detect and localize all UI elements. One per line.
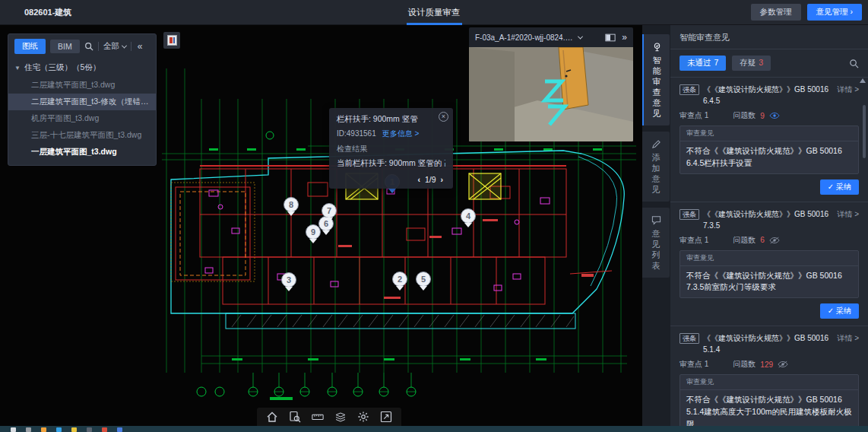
rule-title: 《《建筑设计防火规范》》GB 50016 5.1.4 xyxy=(703,332,833,355)
model-3d-scene xyxy=(469,47,633,141)
tab-drawings[interactable]: 图纸 xyxy=(14,39,46,54)
app-window: 082601-建筑 设计质量审查 参数管理 意见管理 › xyxy=(0,0,868,432)
file-list-item[interactable]: 一层建筑平面图_t3.dwg xyxy=(8,144,156,160)
issue-count: 6 xyxy=(760,236,765,244)
file-list-item[interactable]: 二层建筑平面图_t3-修改（埋错门，窗... xyxy=(8,94,156,110)
top-bar: 082601-建筑 设计质量审查 参数管理 意见管理 › xyxy=(0,0,868,25)
drawing-file-panel: 图纸 BIM 全部 « ▼ 住宅（三级）（5份） 二层建筑平面图_t3.dwg二… xyxy=(8,33,157,166)
measure-icon[interactable] xyxy=(312,411,324,423)
taskbar-app-icon[interactable] xyxy=(41,427,46,432)
issue-marker-8[interactable]: 8 xyxy=(284,197,299,217)
sidebar-title: 智能审查意见 xyxy=(670,25,868,49)
issue-count-label: 问题数 xyxy=(733,110,756,121)
close-icon[interactable]: × xyxy=(439,112,448,122)
legend-thumbnail-button[interactable] xyxy=(163,32,180,49)
tab-doubt[interactable]: 存疑3 xyxy=(732,56,771,71)
tooltip-id: ID:4931561更多信息 > xyxy=(337,129,445,139)
divider xyxy=(98,42,99,51)
scrollbar-thumb[interactable] xyxy=(863,105,866,158)
taskbar-app-icon[interactable] xyxy=(56,427,62,432)
tab-failed[interactable]: 未通过7 xyxy=(680,56,726,71)
opinion-box-title: 审查意见 xyxy=(680,375,858,390)
adopt-button[interactable]: ✓ 采纳 xyxy=(820,179,859,195)
zoom-document-icon[interactable] xyxy=(289,411,301,423)
search-icon[interactable] xyxy=(84,42,93,51)
file-list: 二层建筑平面图_t3.dwg二层建筑平面图_t3-修改（埋错门，窗...机房平面… xyxy=(8,77,156,160)
visibility-eye-icon[interactable] xyxy=(769,112,780,119)
viewer-toolbar xyxy=(257,408,401,426)
detail-link[interactable]: 详情 > xyxy=(837,84,859,106)
review-filter-tabs: 未通过7 存疑3 xyxy=(670,49,868,78)
opinion-text: 不符合《《建筑设计防火规范》》GB 50016 6.4.5栏杆扶手设置 xyxy=(680,141,858,173)
vertical-tab-comment[interactable]: 意见列表 xyxy=(642,208,670,278)
rule-title: 《《建筑设计防火规范》》GB 50016 6.4.5 xyxy=(703,84,833,106)
issue-marker-7[interactable]: 7 xyxy=(322,203,337,223)
model-3d-viewer[interactable]: F-03a_A-1#2020-wjj-0824.gfc » xyxy=(469,27,633,141)
settings-icon[interactable] xyxy=(357,411,369,423)
mandatory-badge: 强条 xyxy=(680,333,699,344)
detail-link[interactable]: 详情 > xyxy=(837,208,859,231)
vertical-tab-edit[interactable]: 添加意见 xyxy=(642,132,670,202)
issue-count: 129 xyxy=(760,361,773,369)
viewer-header: F-03a_A-1#2020-wjj-0824.gfc » xyxy=(469,27,633,47)
visibility-eye-icon[interactable] xyxy=(769,237,780,244)
tooltip-pager: ‹ 1/9 › xyxy=(337,175,445,184)
layers-icon[interactable] xyxy=(334,411,347,423)
pager-prev-button[interactable]: ‹ xyxy=(416,175,423,184)
collapse-panel-button[interactable]: « xyxy=(138,41,143,52)
check-result-text: 当前栏杆扶手: 900mm 竖管的 高度 为 xyxy=(337,158,445,169)
mandatory-badge: 强条 xyxy=(680,84,699,95)
comment-icon xyxy=(651,214,661,224)
pager-next-button[interactable]: › xyxy=(439,175,446,184)
pager-value: 1/9 xyxy=(425,175,436,184)
review-point: 审查点 1 xyxy=(680,110,708,121)
more-chevrons-icon[interactable]: » xyxy=(622,32,627,43)
file-list-item[interactable]: 三层-十七层建筑平面图_t3.dwg xyxy=(8,127,156,144)
visibility-eye-icon[interactable] xyxy=(778,361,788,368)
detail-link[interactable]: 详情 > xyxy=(837,332,859,355)
vertical-tab-audit[interactable]: 智能审查意见 xyxy=(642,34,670,125)
file-group-label: 住宅（三级）（5份） xyxy=(24,62,100,73)
issue-marker-4[interactable]: 4 xyxy=(461,208,476,228)
review-item: 强条 《《建筑设计防火规范》》GB 50016 7.3.5 详情 > 审查点 1… xyxy=(670,202,868,327)
review-point: 审查点 1 xyxy=(680,359,708,370)
issue-marker-5[interactable]: 5 xyxy=(416,272,431,291)
issue-count-label: 问题数 xyxy=(733,359,756,370)
divider xyxy=(131,42,131,51)
adopt-button[interactable]: ✓ 采纳 xyxy=(820,303,859,319)
issue-marker-2[interactable]: 2 xyxy=(392,272,407,291)
taskbar-app-icon[interactable] xyxy=(11,427,16,432)
panel-toggle-icon[interactable] xyxy=(605,33,616,42)
os-taskbar[interactable] xyxy=(0,426,868,432)
search-icon[interactable] xyxy=(849,59,859,68)
taskbar-app-icon[interactable] xyxy=(117,427,122,432)
audit-icon xyxy=(652,41,662,51)
taskbar-app-icon[interactable] xyxy=(87,427,92,432)
file-list-item[interactable]: 机房平面图_t3.dwg xyxy=(8,110,156,127)
top-nav: 设计质量审查 xyxy=(0,0,868,25)
issue-marker-3[interactable]: 3 xyxy=(281,272,296,292)
taskbar-app-icon[interactable] xyxy=(102,427,107,432)
review-item: 强条 《《建筑设计防火规范》》GB 50016 5.1.4 详情 > 审查点 1… xyxy=(670,326,868,426)
cad-canvas[interactable]: 123456789 图纸 BIM 全部 « ▼ 住宅（三级）（5份） xyxy=(0,25,642,426)
scrollbar-up-arrow[interactable] xyxy=(860,78,866,83)
issue-marker-9[interactable]: 9 xyxy=(306,224,321,244)
tab-bim[interactable]: BIM xyxy=(50,40,80,53)
opinion-box: 审查意见 不符合《《建筑设计防火规范》》GB 50016 5.1.4建筑高度大于… xyxy=(680,374,859,426)
opinion-box-title: 审查意见 xyxy=(680,126,858,141)
right-tab-strip: 智能审查意见 添加意见 意见列表 xyxy=(642,25,670,426)
tab-design-quality-review[interactable]: 设计质量审查 xyxy=(401,0,468,25)
file-list-item[interactable]: 二层建筑平面图_t3.dwg xyxy=(8,77,156,94)
filter-dropdown[interactable]: 全部 xyxy=(103,41,126,52)
chevron-down-icon[interactable] xyxy=(578,33,583,39)
fullscreen-icon[interactable] xyxy=(380,411,392,423)
file-group[interactable]: ▼ 住宅（三级）（5份） xyxy=(8,59,156,77)
home-icon[interactable] xyxy=(266,411,278,423)
more-info-link[interactable]: 更多信息 > xyxy=(382,129,420,138)
taskbar-app-icon[interactable] xyxy=(71,427,77,432)
review-item-list: 强条 《《建筑设计防火规范》》GB 50016 6.4.5 详情 > 审查点 1… xyxy=(670,78,868,426)
review-sidebar: 智能审查意见 未通过7 存疑3 强条 《《建筑设计防火规范》》GB 50016 … xyxy=(670,25,868,426)
opinion-text: 不符合《《建筑设计防火规范》》GB 50016 5.1.4建筑高度大于100m的… xyxy=(680,390,858,426)
model-name: F-03a_A-1#2020-wjj-0824.gfc xyxy=(475,33,574,42)
taskbar-app-icon[interactable] xyxy=(26,427,31,432)
